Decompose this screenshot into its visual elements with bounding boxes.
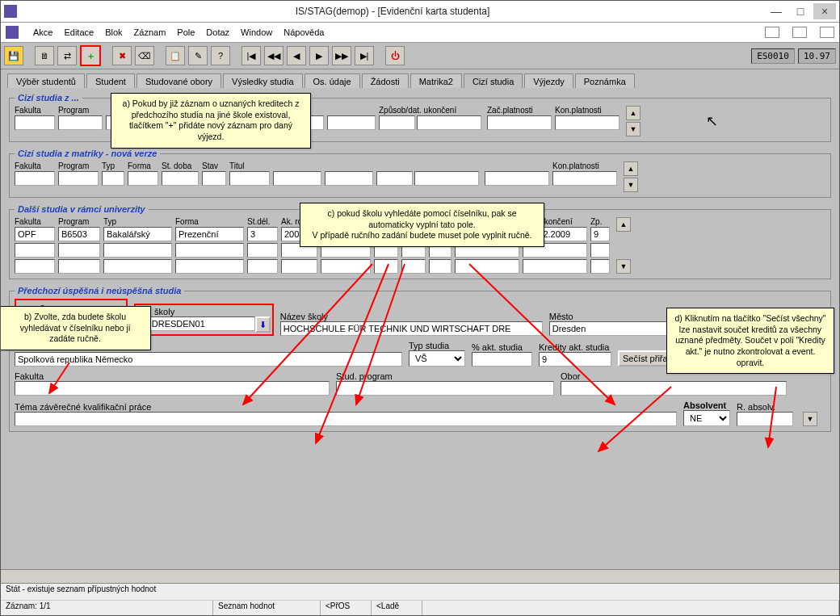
first-record-icon[interactable]: |◀ <box>242 46 261 65</box>
s3r3-h[interactable] <box>374 259 398 274</box>
s3r3-j[interactable] <box>429 259 452 274</box>
r-absolv-input[interactable] <box>737 412 793 426</box>
typ-studia-select[interactable]: VŠ <box>409 350 465 367</box>
tab-student[interactable]: Student <box>86 73 135 89</box>
tab-vysledky-studia[interactable]: Výsledky studia <box>223 73 302 89</box>
tab-poznamka[interactable]: Poznámka <box>575 73 635 89</box>
s3r3-l[interactable] <box>523 259 587 274</box>
print-icon[interactable]: 🗎 <box>35 46 54 65</box>
s1-scroll-up[interactable]: ▲ <box>626 106 640 120</box>
maximize-button[interactable]: □ <box>789 3 812 19</box>
s3r3-k[interactable] <box>455 259 519 274</box>
close-button[interactable]: × <box>813 3 836 19</box>
tab-os-udaje[interactable]: Os. údaje <box>304 73 360 89</box>
s1-fakulta[interactable] <box>15 115 55 130</box>
navigate-icon[interactable]: ⇄ <box>57 46 77 65</box>
s3-typ[interactable] <box>103 227 172 241</box>
clear-icon[interactable]: ⌫ <box>135 46 154 65</box>
s3r3-d[interactable] <box>175 259 244 274</box>
s3r2-d[interactable] <box>175 243 244 258</box>
s2-program[interactable] <box>58 171 99 186</box>
s3r3-i[interactable] <box>401 259 426 274</box>
s2-stdoba[interactable] <box>162 171 199 186</box>
tab-studovane-obory[interactable]: Studované obory <box>136 73 221 89</box>
nazev-skoly-input[interactable] <box>280 321 543 336</box>
next-block-icon[interactable]: ▶▶ <box>332 46 351 65</box>
menu-pole[interactable]: Pole <box>177 27 195 37</box>
add-record-button[interactable]: ＋ <box>80 45 101 66</box>
next-record-icon[interactable]: ▶ <box>309 46 329 65</box>
menu-editace[interactable]: Editace <box>64 27 94 37</box>
s2-zp2[interactable] <box>414 171 479 186</box>
s3r2-m[interactable] <box>590 243 610 258</box>
tema-input[interactable] <box>15 412 677 426</box>
zkr-skoly-input[interactable] <box>137 316 255 331</box>
pct-akt-input[interactable] <box>472 352 532 367</box>
minimize-button[interactable]: — <box>765 3 788 19</box>
s2-zp1[interactable] <box>376 171 413 186</box>
tab-vyjezdy[interactable]: Výjezdy <box>524 73 573 89</box>
s3-stdel[interactable] <box>247 227 278 241</box>
s3r3-e[interactable] <box>247 259 278 274</box>
s2-zacpl[interactable] <box>485 171 549 186</box>
s3r3-c[interactable] <box>103 259 172 274</box>
edit-icon[interactable]: ✎ <box>188 46 208 65</box>
s3r3-a[interactable] <box>15 259 55 274</box>
s3-scroll-down[interactable]: ▼ <box>616 259 631 274</box>
exit-icon[interactable]: ⏻ <box>385 46 405 65</box>
studprogram-input[interactable] <box>336 381 554 396</box>
copy-icon[interactable]: 📋 <box>166 46 185 65</box>
s3r2-e[interactable] <box>247 243 278 258</box>
mdi-restore-button[interactable] <box>792 27 807 38</box>
s3r3-b[interactable] <box>58 259 100 274</box>
s3r2-a[interactable] <box>15 243 55 258</box>
s1-program[interactable] <box>58 115 103 130</box>
s3-zp[interactable] <box>590 227 610 241</box>
tab-vyber-studentu[interactable]: Výběr studentů <box>7 73 85 89</box>
obor-input[interactable] <box>561 381 787 396</box>
last-record-icon[interactable]: ▶| <box>355 46 374 65</box>
tab-matrika2[interactable]: Matrika2 <box>410 73 462 89</box>
tab-cizi-studia[interactable]: Cizí studia <box>464 73 523 89</box>
s1-zp1[interactable] <box>379 115 415 130</box>
lookup-school-button[interactable]: ⬇ <box>255 316 271 333</box>
s1-zacpl[interactable] <box>487 115 552 130</box>
menu-blok[interactable]: Blok <box>105 27 122 37</box>
s3r3-g[interactable] <box>321 259 371 274</box>
s2-f2[interactable] <box>325 171 373 186</box>
s3-program[interactable] <box>58 227 100 241</box>
menu-akce[interactable]: Akce <box>33 27 52 37</box>
s2-titul[interactable] <box>229 171 270 186</box>
save-icon[interactable]: 💾 <box>4 46 23 65</box>
s2-forma[interactable] <box>128 171 158 186</box>
s2-finzapis[interactable] <box>273 171 321 186</box>
delete-icon[interactable]: ✖ <box>112 46 132 65</box>
help-icon[interactable]: ? <box>211 46 230 65</box>
mdi-minimize-button[interactable] <box>765 27 779 38</box>
mdi-close-button[interactable] <box>820 27 834 38</box>
s1-scroll-down[interactable]: ▼ <box>626 122 640 136</box>
s3r2-c[interactable] <box>103 243 172 258</box>
menu-dotaz[interactable]: Dotaz <box>206 27 229 37</box>
kredity-input[interactable] <box>539 352 611 367</box>
prev-record-icon[interactable]: ◀ <box>287 46 306 65</box>
s2-stav[interactable] <box>202 171 226 186</box>
s2-typ[interactable] <box>102 171 124 186</box>
stat-input[interactable] <box>15 352 402 367</box>
s2-konpl[interactable] <box>552 171 617 186</box>
s1-konpl[interactable] <box>555 115 620 130</box>
s3r3-m[interactable] <box>590 259 610 274</box>
h-scrollbar[interactable] <box>1 569 839 583</box>
s4-scroll-down[interactable]: ▼ <box>803 412 817 426</box>
s3-forma[interactable] <box>175 227 244 241</box>
prev-block-icon[interactable]: ◀◀ <box>264 46 284 65</box>
s3-fakulta[interactable] <box>15 227 55 241</box>
fakulta-input[interactable] <box>15 381 330 396</box>
s3-scroll-up[interactable]: ▲ <box>616 217 631 232</box>
s2-scroll-up[interactable]: ▲ <box>624 161 638 176</box>
menu-window[interactable]: Window <box>241 27 272 37</box>
absolvent-select[interactable]: NE <box>683 410 730 426</box>
s3r3-f[interactable] <box>281 259 317 274</box>
s1-zp2[interactable] <box>417 115 481 130</box>
s2-scroll-down[interactable]: ▼ <box>624 178 638 192</box>
